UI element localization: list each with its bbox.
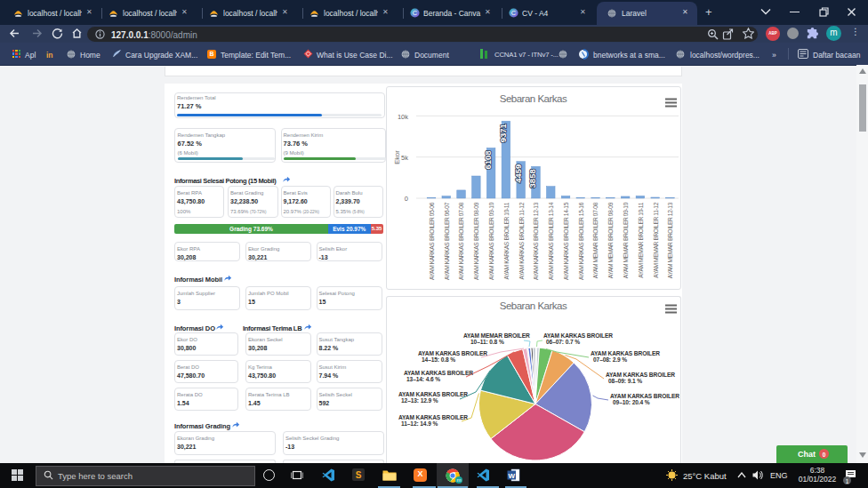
svg-text:13–14: 4.6 %: 13–14: 4.6 %: [406, 376, 440, 382]
svg-text:3858: 3858: [528, 169, 538, 188]
svg-text:AYAM KARKAS BROILER 13-14: AYAM KARKAS BROILER 13-14: [548, 202, 554, 280]
svg-text:AYAM KARKAS BROILER 08-09: AYAM KARKAS BROILER 08-09: [473, 202, 479, 280]
svg-text:C: C: [413, 9, 418, 17]
svg-text:AYAM KARKAS BROILER: AYAM KARKAS BROILER: [404, 370, 473, 376]
svg-text:AYAM KARKAS BROILER: AYAM KARKAS BROILER: [606, 372, 675, 378]
svg-text:07–08: 2.9 %: 07–08: 2.9 %: [593, 356, 627, 363]
svg-text:AYAM KARKAS BROILER 07-08: AYAM KARKAS BROILER 07-08: [458, 202, 464, 280]
svg-text:12–13: 12.9 %: 12–13: 12.9 %: [401, 397, 438, 404]
svg-text:06–07: 0.7 %: 06–07: 0.7 %: [546, 339, 580, 345]
svg-text:08–09: 9.1 %: 08–09: 9.1 %: [608, 378, 642, 384]
svg-text:6108: 6108: [483, 150, 493, 169]
svg-text:AYAM MEMAR BROILER: AYAM MEMAR BROILER: [463, 332, 530, 339]
svg-text:AYAM KARKAS BROILER 14-15: AYAM KARKAS BROILER 14-15: [563, 202, 569, 280]
svg-text:AYAM KARKAS BROILER 11-12: AYAM KARKAS BROILER 11-12: [518, 202, 525, 279]
svg-text:10k: 10k: [398, 113, 408, 121]
svg-text:AYAM KARKAS BROILER 09-10: AYAM KARKAS BROILER 09-10: [488, 202, 494, 280]
svg-text:14–15: 0.8 %: 14–15: 0.8 %: [422, 356, 455, 363]
svg-text:AYAM MEMAR BROILER 08-09: AYAM MEMAR BROILER 08-09: [607, 202, 614, 278]
svg-text:AYAM MEMAR BROILER 11-12: AYAM MEMAR BROILER 11-12: [653, 202, 659, 277]
svg-text:AYAM KARKAS BROILER: AYAM KARKAS BROILER: [591, 350, 660, 356]
svg-text:AYAM KARKAS BROILER: AYAM KARKAS BROILER: [610, 393, 679, 399]
svg-text:AYAM KARKAS BROILER: AYAM KARKAS BROILER: [418, 350, 487, 356]
svg-text:5k: 5k: [401, 154, 408, 162]
svg-text:AYAM MEMAR BROILER 10-11: AYAM MEMAR BROILER 10-11: [638, 202, 644, 277]
svg-text:AYAM KARKAS BROILER: AYAM KARKAS BROILER: [398, 414, 468, 420]
svg-text:AYAM KARKAS BROILER 12-13: AYAM KARKAS BROILER 12-13: [533, 202, 539, 280]
svg-text:AYAM MEMAR BROILER 07-08: AYAM MEMAR BROILER 07-08: [592, 202, 599, 278]
svg-text:0: 0: [405, 195, 408, 203]
svg-text:AYAM KARKAS BROILER 05-06: AYAM KARKAS BROILER 05-06: [429, 202, 435, 280]
svg-text:11–12: 14.9 %: 11–12: 14.9 %: [401, 420, 438, 427]
svg-text:AYAM KARKAS BROILER: AYAM KARKAS BROILER: [543, 332, 613, 339]
svg-text:AYAM MEMAR BROILER 12-13: AYAM MEMAR BROILER 12-13: [667, 202, 673, 278]
svg-text:10–11: 0.8 %: 10–11: 0.8 %: [470, 339, 504, 345]
svg-text:AYAM KARKAS BROILER: AYAM KARKAS BROILER: [398, 391, 468, 397]
svg-text:9371: 9371: [498, 123, 508, 142]
svg-text:AYAM KARKAS BROILER 15-16: AYAM KARKAS BROILER 15-16: [578, 202, 584, 280]
svg-text:AYAM MEMAR BROILER 09-10: AYAM MEMAR BROILER 09-10: [623, 202, 629, 278]
svg-text:09–10: 20.4 %: 09–10: 20.4 %: [613, 399, 650, 405]
svg-text:C: C: [511, 9, 517, 17]
svg-text:AYAM KARKAS BROILER 06-07: AYAM KARKAS BROILER 06-07: [444, 202, 450, 280]
svg-text:W: W: [508, 472, 515, 480]
svg-text:AYAM KARKAS BROILER 10-11: AYAM KARKAS BROILER 10-11: [503, 202, 510, 279]
svg-text:4459: 4459: [513, 164, 523, 183]
svg-text:Ekor: Ekor: [393, 150, 401, 164]
